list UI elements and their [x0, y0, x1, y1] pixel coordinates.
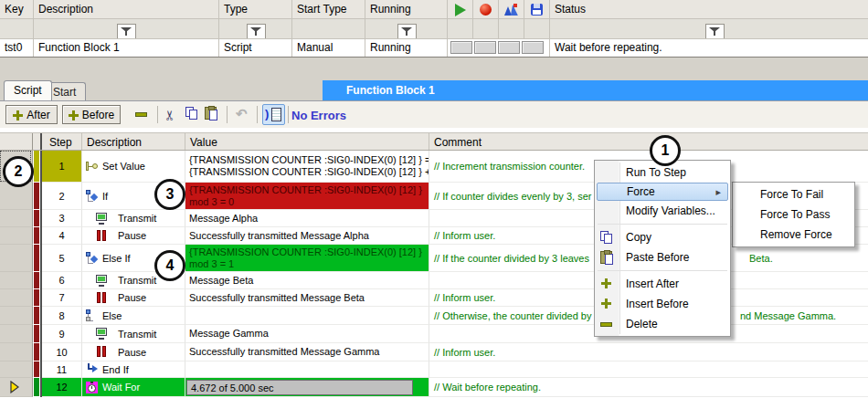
save-icon[interactable] — [524, 0, 550, 19]
state-button[interactable] — [522, 41, 544, 54]
step-description-cell[interactable]: Transmit — [82, 325, 185, 343]
submenu-item-force-to-fail[interactable]: Force To Fail — [733, 184, 854, 204]
play-icon[interactable] — [448, 0, 473, 19]
cell-key[interactable]: tst0 — [0, 39, 34, 57]
step-description-label: End If — [102, 364, 129, 375]
step-value-cell[interactable]: Message Gamma — [185, 325, 429, 343]
row-gutter-cell[interactable] — [0, 272, 33, 289]
step-value-cell[interactable]: Successfully transmitted Message Beta — [185, 289, 429, 307]
cell-type[interactable]: Script — [219, 39, 292, 57]
step-value-cell[interactable] — [185, 361, 429, 378]
submenu-item-remove-force[interactable]: Remove Force — [733, 225, 854, 245]
graph-icon[interactable] — [499, 0, 524, 19]
step-number-cell[interactable]: 1 — [42, 151, 82, 183]
stop-icon-shape — [480, 4, 492, 16]
submenu-item-force-to-pass[interactable]: Force To Pass — [733, 204, 854, 225]
step-number-cell[interactable]: 3 — [42, 210, 82, 227]
insert-before-button-label: Before — [82, 109, 114, 121]
menu-item-delete[interactable]: Delete — [595, 314, 730, 334]
step-value-cell[interactable]: Successfully transmitted Message Gamma — [185, 343, 429, 361]
step-number-cell[interactable]: 6 — [42, 272, 82, 289]
cell-running[interactable]: Running — [365, 39, 448, 57]
cell-start-type[interactable]: Manual — [292, 39, 365, 57]
step-value-cell[interactable]: Successfully transmitted Message Alpha — [185, 227, 429, 245]
step-description-cell[interactable]: Transmit — [82, 210, 185, 227]
menu-item-paste-before[interactable]: Paste Before — [595, 247, 730, 267]
step-value-cell[interactable]: {TRANSMISSION COUNTER :SIG0-INDEX(0) [12… — [185, 183, 429, 210]
step-value-cell[interactable]: Message Beta — [185, 272, 429, 289]
insert-after-button[interactable]: After — [5, 105, 58, 124]
step-number-cell[interactable]: 2 — [42, 183, 82, 210]
row-gutter-cell[interactable] — [0, 378, 33, 397]
step-comment-cell[interactable] — [429, 361, 868, 378]
paste-icon — [600, 251, 612, 264]
paste-icon[interactable] — [205, 107, 217, 120]
row-gutter-cell[interactable] — [0, 343, 33, 361]
step-number-cell[interactable]: 7 — [42, 289, 82, 307]
filter-funnel-icon[interactable] — [705, 24, 725, 39]
step-description-cell[interactable]: Set Value — [82, 151, 185, 183]
step-value-cell[interactable]: {TRANSMISSION COUNTER :SIG0-INDEX(0) [12… — [185, 245, 429, 272]
step-number-cell[interactable]: 9 — [42, 325, 82, 343]
step-number-cell[interactable]: 4 — [42, 227, 82, 245]
row-gutter-cell[interactable] — [0, 210, 33, 227]
tab-script[interactable]: Script — [4, 80, 52, 100]
script-view-toggle-button[interactable] — [262, 104, 285, 125]
step-value-cell[interactable]: {TRANSMISSION COUNTER :SIG0-INDEX(0) [12… — [185, 151, 429, 183]
step-number-cell[interactable]: 12 — [42, 378, 82, 397]
step-number-cell[interactable]: 10 — [42, 343, 82, 361]
menu-item-copy[interactable]: Copy — [595, 227, 730, 247]
step-comment-cell[interactable]: // Inform user. — [429, 343, 868, 361]
cell-description[interactable]: Function Block 1 — [34, 39, 219, 57]
script-step-row: 5Else If{TRANSMISSION COUNTER :SIG0-INDE… — [0, 245, 868, 272]
state-button[interactable] — [498, 41, 520, 54]
menu-item-label: Paste Before — [626, 251, 689, 264]
state-button[interactable] — [450, 41, 472, 54]
insert-before-button[interactable]: Before — [62, 105, 121, 124]
toolbar-separator — [288, 106, 289, 123]
cut-icon[interactable] — [162, 110, 178, 121]
step-number-cell[interactable]: 8 — [42, 307, 82, 325]
row-gutter-cell[interactable] — [0, 289, 33, 307]
step-comment-cell[interactable]: // Wait before repeating. — [429, 378, 868, 397]
step-description-label: Transmit — [118, 275, 156, 286]
menu-item-insert-before[interactable]: Insert Before — [595, 294, 730, 314]
delete-step-icon[interactable] — [135, 112, 147, 117]
menu-item-modify-variables[interactable]: Modify Variables... — [595, 201, 730, 221]
row-gutter-cell[interactable] — [0, 227, 33, 245]
menu-item-label: Copy — [626, 231, 651, 244]
filter-funnel-icon[interactable] — [117, 24, 136, 39]
row-state-strip — [33, 183, 42, 210]
row-gutter-cell[interactable] — [0, 361, 33, 378]
insert-after-button-label: After — [26, 109, 49, 121]
step-description-cell[interactable]: Pause — [82, 289, 185, 307]
row-state-strip — [33, 343, 42, 361]
row-gutter-cell[interactable] — [0, 325, 33, 343]
save-icon-shape — [531, 4, 543, 16]
step-description-cell[interactable]: Wait For — [82, 378, 185, 397]
comment-text: // If counter divides evenly by 3, ser — [434, 191, 591, 202]
step-number-cell[interactable]: 11 — [42, 361, 82, 378]
step-description-cell[interactable]: Else — [82, 307, 185, 325]
undo-icon[interactable] — [236, 106, 248, 122]
copy-icon[interactable] — [185, 107, 198, 120]
step-description-cell[interactable]: Pause — [82, 227, 185, 245]
step-value-cell[interactable]: 4.672 of 5.000 sec — [185, 378, 429, 397]
menu-item-insert-after[interactable]: Insert After — [595, 274, 730, 294]
row-gutter-cell[interactable] — [0, 245, 33, 272]
function-block-row[interactable]: tst0 Function Block 1 Script Manual Runn… — [0, 39, 868, 57]
menu-item-force[interactable]: Force▸ — [597, 183, 728, 201]
filter-funnel-icon[interactable] — [397, 24, 417, 39]
filter-funnel-icon[interactable] — [247, 24, 266, 39]
step-description-cell[interactable]: End If — [82, 361, 185, 378]
filter-cell-description — [34, 19, 219, 39]
step-number-cell[interactable]: 5 — [42, 245, 82, 272]
comment-text-tail: nd Message Gamma. — [740, 310, 836, 321]
cell-status[interactable]: Wait before repeating. — [550, 39, 868, 57]
step-value-cell[interactable]: Message Alpha — [185, 210, 429, 227]
step-value-cell[interactable] — [185, 307, 429, 325]
step-description-cell[interactable]: Pause — [82, 343, 185, 361]
state-button[interactable] — [474, 41, 496, 54]
stop-icon[interactable] — [473, 0, 499, 19]
row-gutter-cell[interactable] — [0, 307, 33, 325]
